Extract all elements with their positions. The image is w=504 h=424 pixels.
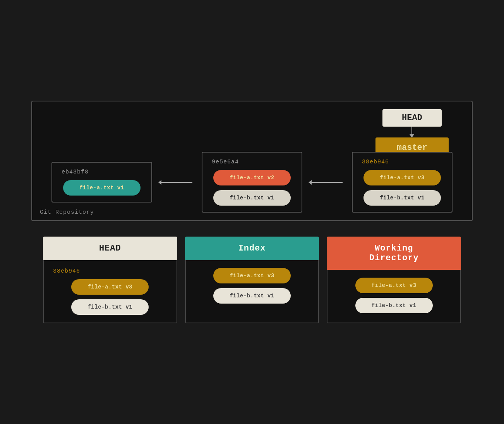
arrow-commit2-to-commit1	[152, 182, 202, 183]
file-a-v2-pill: file-a.txt v2	[213, 170, 291, 185]
working-dir-card-body: file-a.txt v3 file-b.txt v1	[327, 270, 461, 323]
working-dir-card-header: Working Directory	[327, 237, 461, 270]
arrow-line-2	[312, 182, 343, 183]
head-card: HEAD 38eb946 file-a.txt v3 file-b.txt v1	[43, 237, 177, 323]
head-to-master-arrow	[411, 127, 412, 134]
file-b-v1-pill-2: file-b.txt v1	[213, 190, 291, 206]
index-card-header: Index	[185, 237, 319, 260]
index-card-body: file-a.txt v3 file-b.txt v1	[185, 260, 319, 323]
commits-row: eb43bf8 file-a.txt v1 9e5e6a4 file-a.txt…	[44, 152, 460, 213]
wd-file-a-v3: file-a.txt v3	[355, 278, 433, 293]
commit-38eb946: 38eb946 file-a.txt v3 file-b.txt v1	[352, 152, 453, 213]
head-master-stack: HEAD master	[375, 109, 449, 158]
arrow-line-1	[161, 182, 192, 183]
wd-file-b-v1: file-b.txt v1	[355, 298, 433, 313]
index-card: Index file-a.txt v3 file-b.txt v1	[185, 237, 319, 323]
git-repo-label: Git Repository	[40, 209, 94, 216]
diagram: HEAD master eb43bf8 file-a.txt v1 9e5e6a…	[20, 89, 484, 335]
index-file-a-v3: file-a.txt v3	[213, 268, 291, 283]
index-file-b-v1: file-b.txt v1	[213, 288, 291, 304]
commit-hash-9e5e6a4: 9e5e6a4	[212, 159, 239, 165]
head-file-b-v1: file-b.txt v1	[71, 299, 149, 315]
commit-eb43bf8: eb43bf8 file-a.txt v1	[51, 162, 152, 203]
head-card-hash: 38eb946	[53, 268, 80, 275]
head-label: HEAD	[382, 109, 442, 127]
commit-9e5e6a4: 9e5e6a4 file-a.txt v2 file-b.txt v1	[202, 152, 302, 213]
arrow-commit3-to-commit2	[302, 182, 352, 183]
file-a-v1-pill: file-a.txt v1	[63, 180, 141, 196]
commit-hash-38eb946: 38eb946	[362, 159, 389, 165]
file-a-v3-pill-repo: file-a.txt v3	[363, 170, 441, 185]
working-dir-card: Working Directory file-a.txt v3 file-b.t…	[327, 237, 461, 323]
head-card-header: HEAD	[43, 237, 177, 260]
head-file-a-v3: file-a.txt v3	[71, 279, 149, 295]
commit-hash-eb43bf8: eb43bf8	[62, 169, 89, 175]
head-card-body: 38eb946 file-a.txt v3 file-b.txt v1	[43, 260, 177, 323]
file-b-v1-pill-3: file-b.txt v1	[363, 190, 441, 206]
git-repository-box: HEAD master eb43bf8 file-a.txt v1 9e5e6a…	[31, 101, 473, 221]
bottom-section: HEAD 38eb946 file-a.txt v3 file-b.txt v1…	[31, 237, 473, 323]
